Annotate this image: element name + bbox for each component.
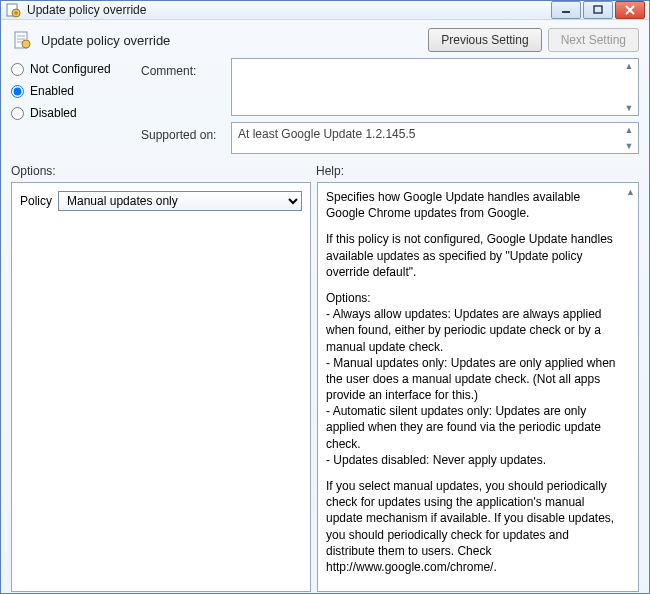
scroll-down-icon: ▼ — [622, 141, 636, 151]
comment-textbox[interactable]: ▲▼ — [231, 58, 639, 116]
help-opt2: - Manual updates only: Updates are only … — [326, 355, 620, 404]
comment-scroll[interactable]: ▲▼ — [622, 61, 636, 113]
minimize-button[interactable] — [551, 1, 581, 19]
help-opt4: - Updates disabled: Never apply updates. — [326, 452, 620, 468]
scroll-down-icon: ▼ — [622, 103, 636, 113]
titlebar: Update policy override — [1, 1, 649, 20]
svg-point-10 — [22, 40, 30, 48]
fields-column: Comment: ▲▼ Supported on: At least Googl… — [141, 58, 639, 154]
radio-disabled-label: Disabled — [30, 106, 77, 120]
header-row: Update policy override Previous Setting … — [11, 28, 639, 52]
comment-label: Comment: — [141, 58, 231, 78]
config-row: Not Configured Enabled Disabled Comment:… — [11, 58, 639, 154]
radio-disabled[interactable]: Disabled — [11, 106, 141, 120]
panes-header: Options: Help: — [11, 164, 639, 178]
radio-not-configured-label: Not Configured — [30, 62, 111, 76]
supported-value: At least Google Update 1.2.145.5 — [238, 127, 415, 141]
dialog-window: Update policy override — [0, 0, 650, 594]
supported-row: Supported on: At least Google Update 1.2… — [141, 122, 639, 154]
svg-rect-3 — [594, 6, 602, 13]
policy-label: Policy — [20, 194, 52, 208]
policy-select[interactable]: Manual updates only — [58, 191, 302, 211]
radio-enabled-label: Enabled — [30, 84, 74, 98]
radio-enabled[interactable]: Enabled — [11, 84, 141, 98]
help-opt1: - Always allow updates: Updates are alwa… — [326, 306, 620, 355]
window-title: Update policy override — [27, 3, 146, 17]
panes: Policy Manual updates only ▲ Specifies h… — [11, 182, 639, 592]
help-p2: If this policy is not configured, Google… — [326, 231, 620, 280]
help-p1: Specifies how Google Update handles avai… — [326, 189, 620, 221]
supported-scroll[interactable]: ▲▼ — [622, 125, 636, 151]
scroll-up-icon: ▲ — [622, 61, 636, 71]
help-scroll-up-icon[interactable]: ▲ — [626, 187, 635, 197]
options-pane: Policy Manual updates only — [11, 182, 311, 592]
options-heading: Options: — [11, 164, 316, 178]
help-pane: ▲ Specifies how Google Update handles av… — [317, 182, 639, 592]
policy-row: Policy Manual updates only — [20, 191, 302, 211]
help-heading: Help: — [316, 164, 344, 178]
policy-icon — [11, 29, 33, 51]
app-icon — [5, 2, 21, 18]
previous-setting-button[interactable]: Previous Setting — [428, 28, 541, 52]
help-options-block: Options: - Always allow updates: Updates… — [326, 290, 620, 468]
help-text[interactable]: Specifies how Google Update handles avai… — [318, 183, 638, 591]
close-button[interactable] — [615, 1, 645, 19]
help-options-header: Options: — [326, 290, 620, 306]
content-area: Update policy override Previous Setting … — [1, 20, 649, 594]
comment-row: Comment: ▲▼ — [141, 58, 639, 116]
radio-not-configured[interactable]: Not Configured — [11, 62, 141, 76]
page-title: Update policy override — [41, 33, 170, 48]
supported-textbox: At least Google Update 1.2.145.5 ▲▼ — [231, 122, 639, 154]
radio-disabled-input[interactable] — [11, 107, 24, 120]
window-controls — [549, 1, 645, 19]
maximize-button[interactable] — [583, 1, 613, 19]
help-p3: If you select manual updates, you should… — [326, 478, 620, 575]
scroll-up-icon: ▲ — [622, 125, 636, 135]
next-setting-button: Next Setting — [548, 28, 639, 52]
radio-enabled-input[interactable] — [11, 85, 24, 98]
radio-not-configured-input[interactable] — [11, 63, 24, 76]
supported-label: Supported on: — [141, 122, 231, 142]
help-opt3: - Automatic silent updates only: Updates… — [326, 403, 620, 452]
state-column: Not Configured Enabled Disabled — [11, 58, 141, 128]
